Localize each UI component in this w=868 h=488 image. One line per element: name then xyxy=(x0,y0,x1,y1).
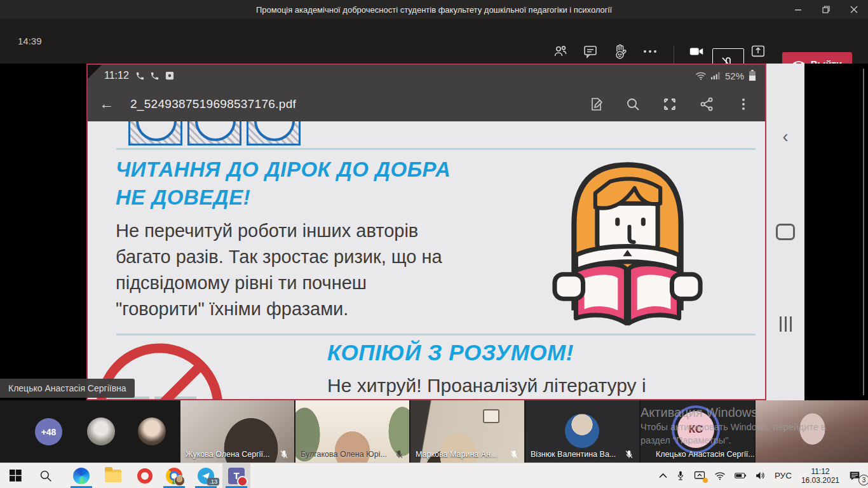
heading-line-1: ЧИТАННЯ ДО ДІРОК ДО ДОБРА xyxy=(116,156,451,184)
telegram-badge: .13 xyxy=(207,478,219,485)
participant-avatar[interactable] xyxy=(87,417,115,445)
meeting-toolbar: 14:39 xyxy=(0,19,868,64)
taskbar-file-explorer[interactable] xyxy=(99,463,127,488)
participants-button[interactable] xyxy=(552,43,569,60)
chrome-icon xyxy=(166,468,182,484)
wifi-icon xyxy=(714,471,726,480)
second-call-icon xyxy=(150,71,159,81)
phone-clock: 11:12 xyxy=(104,70,129,81)
taskbar-teams-active[interactable]: T xyxy=(222,463,250,488)
minimize-button[interactable] xyxy=(784,0,812,19)
video-thumbnail[interactable]: Маркова Марина Ан... xyxy=(410,400,524,463)
signal-bars-icon xyxy=(711,71,721,80)
window-title-bar: Промоція академічної доброчесності студе… xyxy=(0,0,868,19)
participant-filmstrip: +48 Жукова Олена Сергії... Булгакова Оле… xyxy=(0,400,868,463)
search-icon[interactable] xyxy=(625,97,641,112)
raise-hand-button[interactable] xyxy=(612,43,628,60)
mic-muted-icon xyxy=(395,450,403,459)
chat-button[interactable] xyxy=(582,43,599,60)
hatched-square xyxy=(187,121,241,146)
tray-volume[interactable] xyxy=(750,463,770,488)
mic-muted-icon xyxy=(625,450,634,459)
body-line: підсвідомому рівні ти почнеш xyxy=(116,270,442,296)
annotate-icon[interactable] xyxy=(588,97,604,112)
phone-status-bar: 11:12 52% xyxy=(88,65,765,86)
system-tray: РУС 11:12 16.03.2021 3 xyxy=(654,463,868,488)
android-recents-button[interactable] xyxy=(766,316,804,332)
tray-battery[interactable] xyxy=(730,463,750,488)
raise-hand-icon xyxy=(612,43,628,60)
meeting-stage: 11:12 52% ← 2_5249387519698537176.pdf xyxy=(0,64,868,400)
taskbar-chrome[interactable] xyxy=(160,463,188,488)
video-thumbnail[interactable] xyxy=(756,400,868,463)
video-thumbnail[interactable]: Булгакова Олена Юрі... xyxy=(295,400,409,463)
action-center-button[interactable]: 3 xyxy=(844,463,868,488)
video-thumbnails: Жукова Олена Сергії... Булгакова Олена Ю… xyxy=(180,400,868,463)
start-button[interactable] xyxy=(1,463,29,488)
android-home-button[interactable] xyxy=(766,224,804,240)
taskbar-opera[interactable] xyxy=(131,463,159,488)
overflow-participants-badge[interactable]: +48 xyxy=(35,418,62,445)
participant-name: Жукова Олена Сергії... xyxy=(186,450,269,459)
battery-icon xyxy=(749,70,756,81)
edge-icon xyxy=(73,468,90,484)
document-body-2: Не хитруй! Проаналізуй літературу і xyxy=(327,375,646,396)
tray-language[interactable]: РУС xyxy=(770,463,796,488)
video-thumbnail[interactable]: Жукова Олена Сергії... xyxy=(180,400,294,463)
square-circle xyxy=(136,121,177,141)
status-dot xyxy=(703,478,708,483)
maximize-button[interactable] xyxy=(812,0,840,19)
tray-time: 11:12 xyxy=(801,467,839,476)
mic-muted-icon xyxy=(280,450,288,459)
home-icon xyxy=(776,224,795,240)
participant-name: Візнюк Валентина Ва... xyxy=(531,450,616,459)
close-icon xyxy=(850,6,858,13)
taskbar-telegram[interactable]: .13 xyxy=(192,463,220,488)
recents-icon xyxy=(780,316,792,332)
android-nav-bar: ‹ xyxy=(766,64,804,400)
window-controls xyxy=(784,0,868,19)
android-back-button[interactable]: ‹ xyxy=(766,127,804,147)
taskbar-search-button[interactable] xyxy=(32,463,60,488)
minimize-icon xyxy=(794,6,802,13)
ongoing-call-icon xyxy=(135,71,145,81)
body-line: "говорити" їхніми фразами. xyxy=(116,296,442,322)
share-screen-button[interactable] xyxy=(750,43,766,59)
mic-muted-icon xyxy=(510,450,519,459)
participants-icon xyxy=(553,44,568,59)
teams-meeting-window: Промоція академічної доброчесності студе… xyxy=(0,0,868,488)
meeting-elapsed-time: 14:39 xyxy=(18,36,42,46)
video-thumbnail-speaking[interactable]: КС Клецько Анастасія Сергії... xyxy=(641,400,754,463)
tray-clock[interactable]: 11:12 16.03.2021 xyxy=(796,467,844,485)
shared-phone-screen[interactable]: 11:12 52% ← 2_5249387519698537176.pdf xyxy=(86,64,766,400)
taskbar-edge[interactable] xyxy=(67,463,95,488)
wall-clock xyxy=(483,409,499,423)
stage-scroll-edge xyxy=(863,69,864,395)
hatched-squares-graphic xyxy=(128,121,319,147)
more-icon xyxy=(642,43,658,60)
video-thumbnail[interactable]: Візнюк Валентина Ва... xyxy=(526,400,639,463)
telegram-icon: .13 xyxy=(198,468,214,484)
close-button[interactable] xyxy=(840,0,868,19)
overflow-menu-icon[interactable] xyxy=(736,97,751,112)
fullscreen-icon[interactable] xyxy=(662,97,677,112)
participant-name: Клецько Анастасія Сергії... xyxy=(656,450,754,459)
windows-logo-icon xyxy=(10,470,22,482)
tray-date: 16.03.2021 xyxy=(801,476,839,485)
tray-expand-button[interactable] xyxy=(654,463,672,488)
share-icon[interactable] xyxy=(699,97,714,112)
participant-avatar[interactable] xyxy=(138,417,166,445)
share-screen-icon xyxy=(750,42,766,60)
heading-line-2: НЕ ДОВЕДЕ! xyxy=(116,184,451,212)
tray-microphone[interactable] xyxy=(672,463,689,488)
square-circle xyxy=(195,121,236,141)
tray-wifi[interactable] xyxy=(710,463,730,488)
tray-display-share[interactable] xyxy=(689,463,710,488)
microphone-icon xyxy=(676,470,685,481)
document-heading-2: КОПІЮЙ З РОЗУМОМ! xyxy=(327,340,574,365)
camera-button[interactable] xyxy=(688,43,705,60)
more-actions-button[interactable] xyxy=(642,43,658,60)
back-icon[interactable]: ← xyxy=(99,95,114,112)
reading-girl-illustration xyxy=(540,148,715,336)
participant-avatar xyxy=(565,414,599,448)
